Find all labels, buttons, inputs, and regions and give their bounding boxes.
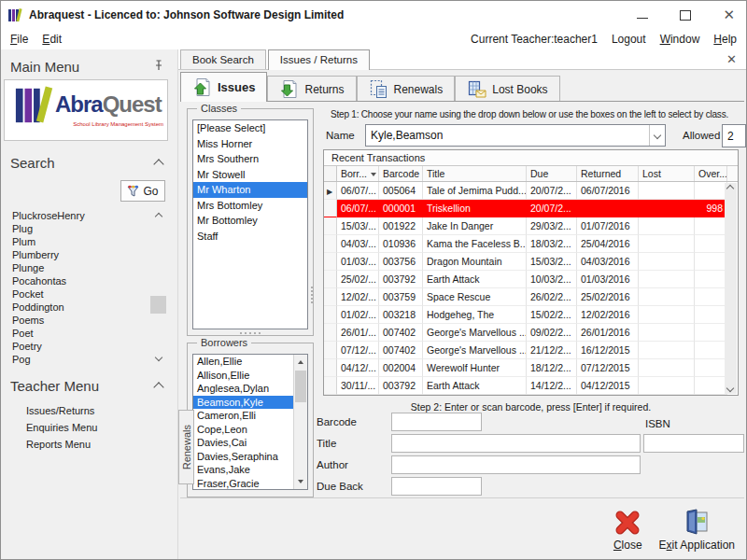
combo-dropdown-icon[interactable] xyxy=(649,125,665,146)
class-item[interactable]: Mr Wharton xyxy=(193,182,307,198)
scroll-thumb[interactable] xyxy=(295,371,306,402)
horizontal-splitter[interactable] xyxy=(187,332,314,334)
table-row[interactable]: 25/02/... 003792 Earth Attack 10/03/2...… xyxy=(324,271,738,288)
table-row[interactable]: 06/07/... 000001 Triskellion 20/07/2... … xyxy=(324,200,738,217)
borrowers-scrollbar[interactable] xyxy=(293,355,307,489)
due-back-input[interactable] xyxy=(391,477,482,496)
subtab-returns[interactable]: Returns xyxy=(267,76,356,102)
table-row[interactable]: 12/02/... 003759 Space Rescue 26/02/2...… xyxy=(324,288,738,306)
barcode-input[interactable] xyxy=(391,413,482,431)
teacher-menu-item[interactable]: Issues/Returns xyxy=(26,402,97,419)
vertical-splitter[interactable] xyxy=(311,287,313,303)
table-row[interactable]: 06/07/... 005064 Tale of Jemima Pudd... … xyxy=(324,182,738,200)
borrower-item[interactable]: Allen,Ellie xyxy=(193,355,293,369)
table-row[interactable]: 15/03/... 001922 Jake In Danger 29/03/2.… xyxy=(324,217,738,235)
title-input[interactable] xyxy=(391,434,641,453)
borrower-item[interactable]: Davies,Cai xyxy=(193,436,293,450)
search-result-item[interactable]: PluckroseHenry xyxy=(12,209,148,222)
column-header[interactable]: Title xyxy=(423,166,527,181)
grid-scrollbar[interactable] xyxy=(725,183,737,394)
exit-application-button[interactable]: Exit Application xyxy=(659,509,735,552)
exit-door-icon xyxy=(684,509,710,537)
class-item[interactable]: Staff xyxy=(193,229,307,245)
tab-issues-returns[interactable]: Issues / Returns xyxy=(268,49,370,70)
search-result-item[interactable]: Pog xyxy=(12,353,148,366)
class-item[interactable]: Mr Bottomley xyxy=(193,213,307,229)
table-row[interactable]: 30/11/... 003792 Earth Attack 14/12/2...… xyxy=(324,377,738,395)
column-header[interactable]: Borr... xyxy=(337,166,379,181)
scroll-up-icon[interactable] xyxy=(294,356,307,369)
pin-icon[interactable] xyxy=(154,60,163,71)
menu-help[interactable]: Help xyxy=(713,33,737,46)
borrower-item[interactable]: Cope,Leon xyxy=(193,423,293,437)
maximize-button[interactable] xyxy=(680,10,691,21)
search-result-item[interactable]: Poet xyxy=(12,327,148,340)
table-row[interactable]: 07/12/... 007402 George's Marvellous ...… xyxy=(324,342,738,359)
table-row[interactable]: 04/03/... 010936 Kama the Faceless B... … xyxy=(324,235,738,253)
table-row[interactable]: 01/03/... 003756 Dragon Mountain 15/03/2… xyxy=(324,253,738,271)
search-result-item[interactable]: Plumberry xyxy=(12,248,148,261)
grid-scroll-up-icon[interactable] xyxy=(726,185,734,192)
subtab-lost-books[interactable]: Lost Books xyxy=(455,76,559,102)
search-result-item[interactable]: Plug xyxy=(12,222,148,235)
borrower-item[interactable]: Cameron,Elli xyxy=(193,409,293,423)
borrower-item[interactable]: Anglesea,Dylan xyxy=(193,382,293,396)
subtab-renewals[interactable]: Renewals xyxy=(357,76,456,102)
teacher-menu-title[interactable]: Teacher Menu xyxy=(10,378,99,394)
step2-instruction: Step 2: Enter or scan barcode, press [En… xyxy=(323,401,739,413)
search-result-item[interactable]: Plum xyxy=(12,235,148,248)
renewals-side-tab[interactable]: Renewals xyxy=(178,410,194,484)
class-item[interactable]: Mrs Bottomley xyxy=(193,198,307,214)
column-header[interactable]: Over... xyxy=(695,166,727,181)
close-tab-icon[interactable]: ✕ xyxy=(726,53,737,65)
close-window-button[interactable]: ✕ xyxy=(723,9,735,21)
menu-file[interactable]: File xyxy=(10,33,28,46)
column-header[interactable]: Returned xyxy=(577,166,639,181)
search-result-item[interactable]: Poddington xyxy=(12,301,148,314)
search-result-item[interactable]: Pocket xyxy=(12,287,148,301)
borrower-item[interactable]: Allison,Ellie xyxy=(193,369,293,383)
subtab-issues[interactable]: Issues xyxy=(180,72,267,102)
search-result-item[interactable]: Poetry xyxy=(12,340,148,353)
class-item[interactable]: [Please Select] xyxy=(193,120,307,136)
collapse-teacher-icon[interactable] xyxy=(153,382,163,392)
author-input[interactable] xyxy=(391,455,641,474)
tab-book-search[interactable]: Book Search xyxy=(180,49,266,69)
table-row[interactable]: 04/12/... 002004 Werewolf Hunter 18/12/2… xyxy=(324,359,738,377)
row-indicator xyxy=(324,288,337,306)
search-section-title[interactable]: Search xyxy=(10,155,55,171)
isbn-input[interactable] xyxy=(643,434,744,453)
scroll-down-icon[interactable] xyxy=(294,475,307,488)
minimize-button[interactable] xyxy=(637,11,648,19)
list-scroll-thumb[interactable] xyxy=(150,296,166,314)
row-indicator xyxy=(324,182,337,200)
menu-window[interactable]: Window xyxy=(660,33,700,46)
column-header[interactable]: Lost xyxy=(639,166,695,181)
column-header[interactable]: Due xyxy=(527,166,577,181)
class-item[interactable]: Mr Stowell xyxy=(193,167,307,183)
name-combobox[interactable]: Kyle,Beamson xyxy=(365,124,666,147)
search-result-item[interactable]: Pocahontas xyxy=(12,274,148,287)
table-row[interactable]: 01/02/... 003218 Hodgeheg, The 15/02/2..… xyxy=(324,306,738,324)
list-scroll-up-icon[interactable] xyxy=(155,213,162,220)
search-result-item[interactable]: Poems xyxy=(12,314,148,327)
teacher-menu-item[interactable]: Reports Menu xyxy=(26,436,97,453)
borrower-item[interactable]: Beamson,Kyle xyxy=(193,396,293,410)
column-header[interactable]: Barcode xyxy=(379,166,423,181)
close-button[interactable]: Close xyxy=(613,509,642,552)
borrower-item[interactable]: Davies,Seraphina xyxy=(193,450,293,464)
list-scroll-down-icon[interactable] xyxy=(155,354,162,361)
menu-edit[interactable]: Edit xyxy=(42,33,62,46)
class-item[interactable]: Miss Horner xyxy=(193,136,307,152)
grid-scroll-down-icon[interactable] xyxy=(726,385,734,392)
menu-logout[interactable]: Logout xyxy=(612,33,646,46)
borrower-item[interactable]: Fraser,Gracie xyxy=(193,477,293,491)
search-result-item[interactable]: Plunge xyxy=(12,261,148,274)
grid-header: Borr...BarcodeTitleDueReturnedLostOver..… xyxy=(324,166,738,182)
borrower-item[interactable]: Evans,Jake xyxy=(193,463,293,477)
teacher-menu-item[interactable]: Enquiries Menu xyxy=(26,419,97,436)
class-item[interactable]: Mrs Southern xyxy=(193,151,307,167)
go-button[interactable]: Go xyxy=(120,180,165,202)
table-row[interactable]: 26/01/... 007402 George's Marvellous ...… xyxy=(324,324,738,342)
collapse-search-icon[interactable] xyxy=(153,159,163,169)
